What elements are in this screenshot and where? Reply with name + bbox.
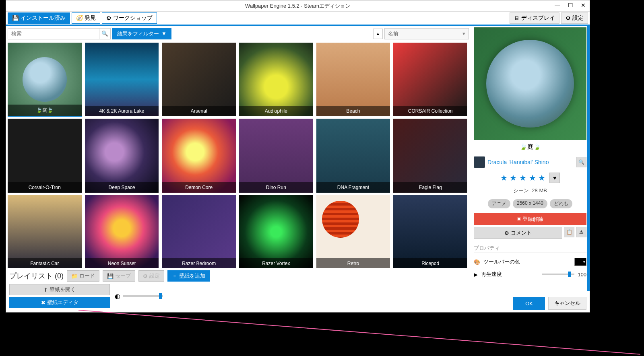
gears-icon: ⚙ xyxy=(143,273,148,279)
rating-stars[interactable]: ★ ★ ★ ★ ★ ♥ xyxy=(474,173,586,183)
tile-caption: Neon Sunset xyxy=(85,258,159,268)
tile-thumbnail xyxy=(316,119,390,193)
prop-playback-speed: ▶ 再生速度 100 xyxy=(474,271,586,278)
folder-icon: 📁 xyxy=(71,273,78,279)
wallpaper-tile[interactable]: CORSAIR Collection xyxy=(393,43,467,117)
maximize-button[interactable]: ☐ xyxy=(566,1,575,9)
unsubscribe-button[interactable]: ✖ 登録解除 xyxy=(474,213,586,225)
tile-caption: DNA Fragment xyxy=(316,182,390,193)
tile-caption: 4K & 2K Aurora Lake xyxy=(85,106,159,116)
wallpaper-tile[interactable]: Dino Run xyxy=(239,119,313,193)
wallpaper-tile[interactable]: Eagle Flag xyxy=(393,119,467,193)
prop-toolbar-color: 🎨 ツールバーの色 xyxy=(474,258,586,266)
meta-size: 28 MB xyxy=(532,187,547,193)
displays-button[interactable]: 🖥 ディスプレイ xyxy=(510,12,559,24)
prop-speed-label: 再生速度 xyxy=(481,271,502,278)
tile-caption: Corsair-O-Tron xyxy=(8,182,82,193)
report-button[interactable]: ⚠ xyxy=(576,227,586,237)
wallpaper-tile[interactable]: Ricepod xyxy=(393,195,467,268)
wallpaper-grid: 🍃庭🍃4K & 2K Aurora LakeArsenalAudiophileB… xyxy=(8,43,469,268)
search-button[interactable]: 🔍 xyxy=(99,29,110,39)
color-picker[interactable] xyxy=(574,258,586,266)
scrollbar[interactable] xyxy=(587,25,590,291)
tile-caption: CORSAIR Collection xyxy=(393,106,467,116)
search-input[interactable] xyxy=(8,29,99,39)
tile-caption: Beach xyxy=(316,106,390,116)
wallpaper-tile[interactable]: Deep Space xyxy=(85,119,159,193)
tile-thumbnail xyxy=(316,43,390,117)
wallpaper-browser: 🔍 結果をフィルター ▼ ▲ 名前 🍃庭🍃4K & 2K Aurora Lake… xyxy=(6,25,471,312)
wallpaper-tile[interactable]: Razer Vortex xyxy=(239,195,313,268)
filter-button[interactable]: 結果をフィルター ▼ xyxy=(112,28,171,39)
tag[interactable]: アニメ xyxy=(488,199,510,208)
app-window: Wallpaper Engine 1.5.2 - Steamエディション — ☐… xyxy=(6,0,590,313)
author-avatar[interactable] xyxy=(474,156,485,168)
speed-slider[interactable] xyxy=(542,274,574,275)
displays-label: ディスプレイ xyxy=(521,14,555,22)
wallpaper-tile[interactable]: Razer Bedroom xyxy=(162,195,236,268)
wallpaper-tile[interactable]: Corsair-O-Tron xyxy=(8,119,82,193)
copy-button[interactable]: 📋 xyxy=(564,227,574,237)
tile-caption: Eagle Flag xyxy=(393,182,467,193)
wallpaper-title: 🍃庭🍃 xyxy=(474,143,586,151)
speed-value: 100 xyxy=(578,272,586,278)
tile-thumbnail xyxy=(85,119,159,193)
wallpaper-editor-button[interactable]: ✖壁紙エディタ xyxy=(9,297,110,308)
tab-discover[interactable]: 🧭 発見 xyxy=(72,12,100,24)
tile-thumbnail xyxy=(85,195,159,268)
wallpaper-tile[interactable]: Fantastic Car xyxy=(8,195,82,268)
tab-workshop[interactable]: ⚙ ワークショップ xyxy=(102,12,157,24)
open-wallpaper-button[interactable]: ⬆壁紙を開く xyxy=(9,284,110,295)
wallpaper-tile[interactable]: DNA Fragment xyxy=(316,119,390,193)
tile-caption: Audiophile xyxy=(239,106,313,116)
tile-caption: Retro xyxy=(316,258,390,268)
tile-caption: 🍃庭🍃 xyxy=(8,105,82,116)
cancel-button[interactable]: キャンセル xyxy=(548,297,586,310)
wallpaper-tile[interactable]: Retro xyxy=(316,195,390,268)
author-search-button[interactable]: 🔍 xyxy=(576,157,586,167)
sort-select[interactable]: 名前 xyxy=(384,28,469,39)
sort-direction-button[interactable]: ▲ xyxy=(373,29,383,39)
playlist-load-button[interactable]: 📁ロード xyxy=(67,270,99,282)
tile-thumbnail xyxy=(8,119,82,193)
tile-thumbnail xyxy=(316,195,390,268)
comment-button[interactable]: ⚙コメント xyxy=(474,227,562,239)
ok-button[interactable]: OK xyxy=(513,297,545,310)
sort-value: 名前 xyxy=(388,30,398,37)
favorite-button[interactable]: ♥ xyxy=(549,173,560,183)
contrast-icon: ◐ xyxy=(115,292,120,300)
settings-button[interactable]: ⚙ 設定 xyxy=(561,12,588,24)
close-button[interactable]: ✕ xyxy=(578,1,588,9)
playlist-save-button[interactable]: 💾セーブ xyxy=(103,270,135,282)
upload-icon: ⬆ xyxy=(43,287,48,293)
main-toolbar: 💾 インストール済み 🧭 発見 ⚙ ワークショップ 🖥 ディスプレイ ⚙ 設定 xyxy=(6,12,590,25)
wallpaper-tile[interactable]: 🍃庭🍃 xyxy=(8,43,82,117)
wallpaper-preview xyxy=(474,27,586,140)
close-icon: ✖ xyxy=(517,216,521,222)
tab-installed[interactable]: 💾 インストール済み xyxy=(8,12,70,24)
wallpaper-tile[interactable]: Beach xyxy=(316,43,390,117)
brightness-slider-wrap: ◐ xyxy=(115,292,163,300)
save-icon: 💾 xyxy=(12,15,19,21)
wallpaper-tile[interactable]: Audiophile xyxy=(239,43,313,117)
wallpaper-tile[interactable]: Demon Core xyxy=(162,119,236,193)
wallpaper-tile[interactable]: Arsenal xyxy=(162,43,236,117)
search-icon: 🔍 xyxy=(101,31,108,37)
window-title: Wallpaper Engine 1.5.2 - Steamエディション xyxy=(245,2,351,10)
playlist-settings-button[interactable]: ⚙設定 xyxy=(138,270,164,282)
minimize-button[interactable]: — xyxy=(553,1,562,9)
wallpaper-tile[interactable]: 4K & 2K Aurora Lake xyxy=(85,43,159,117)
footer-buttons: OK キャンセル xyxy=(513,297,586,310)
playlist-label: プレイリスト (0) xyxy=(9,271,64,281)
tile-thumbnail xyxy=(393,119,467,193)
tile-thumbnail xyxy=(8,195,82,268)
wallpaper-tile[interactable]: Neon Sunset xyxy=(85,195,159,268)
properties-heading: プロパティ xyxy=(474,245,586,253)
playlist-add-button[interactable]: ＋壁紙を追加 xyxy=(167,270,210,282)
save-icon: 💾 xyxy=(107,273,114,279)
preview-image xyxy=(486,40,574,128)
tag[interactable]: どれも xyxy=(550,199,572,208)
author-link[interactable]: Dracula 'Hannibal' Shino xyxy=(487,159,549,165)
tag[interactable]: 2560 x 1440 xyxy=(513,199,547,208)
brightness-slider[interactable] xyxy=(123,295,163,297)
